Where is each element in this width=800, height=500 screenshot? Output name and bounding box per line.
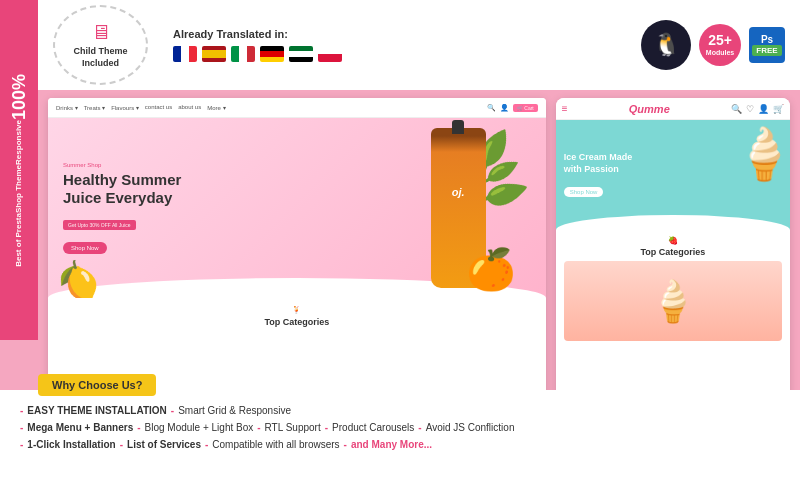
feature-mega-menu: Mega Menu + Banners — [27, 422, 133, 433]
nav-links: Drinks ▾ Treats ▾ Flavours ▾ contact us … — [56, 104, 226, 111]
flag-german — [260, 46, 284, 62]
hero-shop-label: Summer Shop — [63, 162, 181, 168]
nav-drinks: Drinks ▾ — [56, 104, 78, 111]
mobile-cat-image: 🍦 — [564, 261, 782, 341]
flag-polish — [318, 46, 342, 62]
fruit-icon-desktop: 🍹 — [60, 306, 534, 314]
dash-10: - — [205, 439, 208, 450]
icecream-decoration: 🍦 — [733, 125, 790, 183]
dash-1: - — [20, 405, 23, 416]
bottle-label: oj. — [452, 186, 465, 198]
nav-more: More ▾ — [207, 104, 225, 111]
desktop-hero: Summer Shop Healthy SummerJuice Everyday… — [48, 118, 546, 298]
nav-treats: Treats ▾ — [84, 104, 105, 111]
dash-2: - — [171, 405, 174, 416]
feature-smart-grid: Smart Grid & Responsive — [178, 405, 291, 416]
hero-discount: Get Upto 30% OFF All Juice — [63, 220, 136, 230]
feature-row-3: - 1-Click Installation - List of Service… — [20, 439, 780, 450]
translation-section: Already Translated in: — [163, 28, 626, 62]
modules-label: Modules — [706, 49, 734, 57]
mobile-categories: 🍓 Top Categories 🍦 — [556, 230, 790, 347]
feature-row-1: - EASY THEME INSTALLATION - Smart Grid &… — [20, 405, 780, 416]
dash-5: - — [257, 422, 260, 433]
dash-8: - — [20, 439, 23, 450]
search-icon-desktop: 🔍 — [487, 104, 496, 112]
flag-french — [173, 46, 197, 62]
modules-section: 🐧 25+ Modules Ps FREE — [641, 20, 785, 70]
badge-label: Child Theme Included — [60, 46, 141, 69]
child-theme-badge: 🖥 Child Theme Included — [53, 5, 148, 85]
flag-italian — [231, 46, 255, 62]
hamburger-icon: ≡ — [562, 103, 568, 114]
nav-flavours: Flavours ▾ — [111, 104, 139, 111]
mobile-preview: ≡ Qumme 🔍 ♡ 👤 🛒 Ice Cream Madewith Passi… — [556, 98, 790, 422]
bottom-bar: Why Choose Us? - EASY THEME INSTALLATION… — [0, 390, 800, 500]
hero-title: Healthy SummerJuice Everyday — [63, 171, 181, 207]
search-icon-mobile: 🔍 — [731, 104, 742, 114]
modules-badge: 25+ Modules — [699, 24, 741, 66]
feature-list-services: List of Services — [127, 439, 201, 450]
dash-7: - — [418, 422, 421, 433]
mobile-hero-title: Ice Cream Madewith Passion — [564, 152, 633, 175]
features-list: - EASY THEME INSTALLATION - Smart Grid &… — [0, 390, 800, 464]
feature-1click: 1-Click Installation — [27, 439, 115, 450]
ps-badge: Ps FREE — [749, 27, 785, 63]
flag-arabic — [289, 46, 313, 62]
mobile-nav: ≡ Qumme 🔍 ♡ 👤 🛒 — [556, 98, 790, 120]
monitor-icon: 🖥 — [91, 21, 111, 44]
flag-spanish — [202, 46, 226, 62]
desktop-categories: 🍹 Top Categories — [48, 298, 546, 339]
cart-button[interactable]: 🛒 Cart — [513, 104, 538, 112]
user-icon-mobile: 👤 — [758, 104, 769, 114]
nav-icons: 🔍 👤 🛒 Cart — [487, 104, 538, 112]
cart-icon-mobile: 🛒 — [773, 104, 784, 114]
bottle-cap — [452, 120, 464, 134]
dash-9: - — [120, 439, 123, 450]
penguin-icon: 🐧 — [641, 20, 691, 70]
orange-decoration: 🍊 — [466, 246, 516, 293]
feature-browsers: Compatible with all browsers — [212, 439, 339, 450]
hero-content: Summer Shop Healthy SummerJuice Everyday… — [48, 147, 196, 269]
left-ribbon: 100% Responsive Best of PrestaShop Theme — [0, 0, 38, 340]
why-choose-button[interactable]: Why Choose Us? — [38, 374, 156, 396]
ribbon-percent: 100% — [9, 74, 30, 120]
flags-container — [173, 46, 616, 62]
heart-icon-mobile: ♡ — [746, 104, 754, 114]
modules-count: 25+ — [708, 32, 732, 49]
dash-6: - — [325, 422, 328, 433]
mobile-hero-text: Ice Cream Madewith Passion Shop Now — [564, 152, 633, 197]
desktop-nav: Drinks ▾ Treats ▾ Flavours ▾ contact us … — [48, 98, 546, 118]
nav-about: about us — [178, 104, 201, 111]
ribbon-responsive: Responsive — [14, 120, 24, 165]
mobile-nav-icons: 🔍 ♡ 👤 🛒 — [731, 104, 784, 114]
dash-11: - — [344, 439, 347, 450]
hero-cta-button[interactable]: Shop Now — [63, 242, 107, 254]
translation-title: Already Translated in: — [173, 28, 616, 40]
dash-4: - — [137, 422, 140, 433]
feature-row-2: - Mega Menu + Banners - Blog Module + Li… — [20, 422, 780, 433]
top-bar: 🖥 Child Theme Included Already Translate… — [38, 0, 800, 90]
feature-more-link[interactable]: and Many More... — [351, 439, 432, 450]
ps-label: Ps — [761, 34, 773, 45]
categories-title-desktop: Top Categories — [60, 317, 534, 327]
feature-carousels: Product Carousels — [332, 422, 414, 433]
free-tag: FREE — [752, 45, 781, 56]
nav-contact: contact us — [145, 104, 172, 111]
dash-3: - — [20, 422, 23, 433]
ribbon-tagline: Best of PrestaShop Theme — [14, 165, 24, 267]
mobile-logo: Qumme — [572, 103, 727, 115]
feature-rtl: RTL Support — [265, 422, 321, 433]
feature-easy-install: EASY THEME INSTALLATION — [27, 405, 166, 416]
feature-blog: Blog Module + Light Box — [145, 422, 254, 433]
fruit-icon-mobile: 🍓 — [564, 236, 782, 245]
user-icon-desktop: 👤 — [500, 104, 509, 112]
mobile-hero-cta[interactable]: Shop Now — [564, 187, 604, 197]
feature-js: Avoid JS Confliction — [426, 422, 515, 433]
mobile-wave-divider — [556, 215, 790, 230]
mobile-hero: Ice Cream Madewith Passion Shop Now 🍦 — [556, 120, 790, 230]
mobile-cat-title: Top Categories — [564, 247, 782, 257]
